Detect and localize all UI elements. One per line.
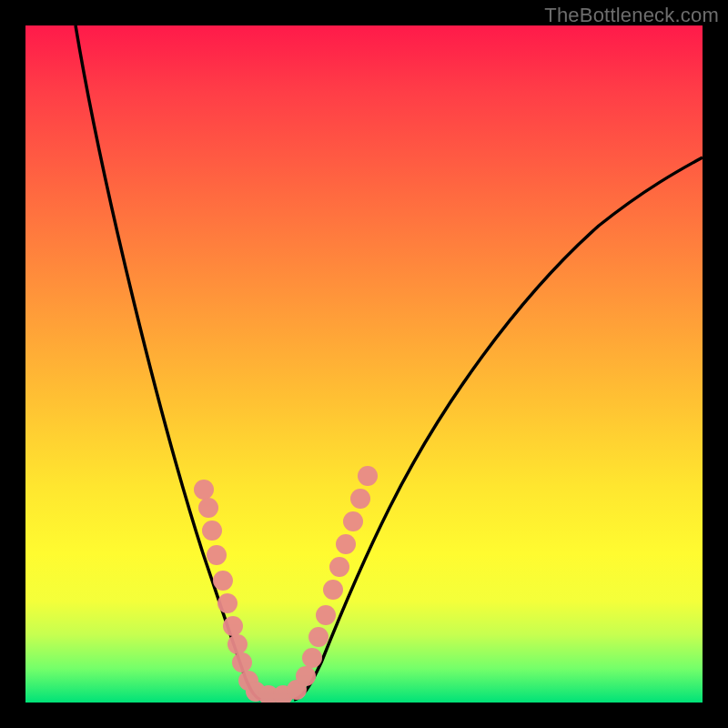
dot <box>217 593 238 613</box>
dot <box>232 652 252 672</box>
dot <box>198 498 218 518</box>
dot <box>343 511 363 531</box>
chart-container: TheBottleneck.com <box>0 0 728 728</box>
dot <box>336 534 356 554</box>
dot <box>329 557 349 577</box>
dot <box>207 545 227 565</box>
dot <box>323 580 343 600</box>
dot <box>296 666 316 686</box>
dot <box>358 466 378 486</box>
dot <box>228 634 248 654</box>
dot <box>223 616 243 636</box>
dot <box>350 489 370 509</box>
scatter-dots <box>194 466 378 703</box>
plot-area <box>25 25 703 703</box>
dot <box>302 648 322 668</box>
curve-right <box>294 157 703 700</box>
watermark-text: TheBottleneck.com <box>544 4 719 27</box>
dot <box>316 605 336 625</box>
dot <box>308 627 329 647</box>
dot <box>194 480 214 500</box>
bottleneck-curve <box>25 25 703 703</box>
dot <box>202 521 222 541</box>
dot <box>213 571 233 591</box>
